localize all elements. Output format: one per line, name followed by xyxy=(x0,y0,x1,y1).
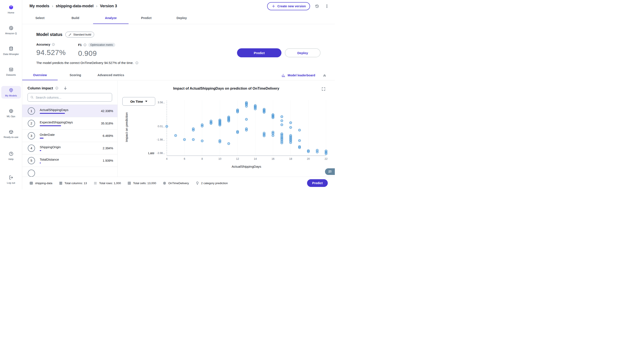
tab-build[interactable]: Build xyxy=(58,12,93,24)
model-tabs: Select Build Analyze Predict Deploy xyxy=(22,12,335,24)
statusbar-total-cells: Total cells: 13,000 xyxy=(128,181,156,185)
category-select-value: On Time xyxy=(130,100,143,103)
datasets-icon xyxy=(8,67,14,72)
model-status-section: Model status Standard build Accuracy 94.… xyxy=(22,24,335,65)
statusbar-label: Total cells: 13,000 xyxy=(133,181,156,185)
tab-predict[interactable]: Predict xyxy=(128,12,164,24)
sidebar-item-datasets[interactable]: Datasets xyxy=(1,65,21,78)
svg-text:3.56...: 3.56... xyxy=(158,101,165,104)
tab-advanced-metrics[interactable]: Advanced metrics xyxy=(93,70,128,80)
overview-content: Column impact 1 ActualShippingDays xyxy=(22,81,335,177)
scatter-plot[interactable]: 468101214161820223.56...0.01...-1.98...-… xyxy=(146,99,329,163)
sidebar-item-label: Home xyxy=(8,11,14,14)
standard-build-badge: Standard build xyxy=(65,32,94,38)
svg-text:22: 22 xyxy=(324,157,328,160)
column-impact-title: Column impact xyxy=(28,86,53,90)
sidebar-item-ready-to-use[interactable]: Ready-to-use xyxy=(1,127,21,140)
search-icon xyxy=(30,96,34,99)
svg-text:-3.98...: -3.98... xyxy=(157,152,165,155)
tab-select[interactable]: Select xyxy=(22,12,58,24)
tab-deploy[interactable]: Deploy xyxy=(164,12,200,24)
svg-text:14: 14 xyxy=(254,157,257,160)
impact-chart-panel: Impact of ActualShippingDays on predicti… xyxy=(118,81,335,177)
sidebar-item-home[interactable]: Home xyxy=(1,3,21,16)
build-icon xyxy=(68,33,72,36)
rank-badge: 2 xyxy=(28,120,35,127)
impact-percentage: 42.338% xyxy=(101,109,113,113)
column-name: ShippingOrigin xyxy=(40,145,103,149)
info-icon[interactable] xyxy=(83,43,87,47)
sidebar-item-label: Ready-to-use xyxy=(4,136,18,138)
impact-percentage: 6.469% xyxy=(103,134,113,137)
sidebar-item-help[interactable]: Help xyxy=(1,149,21,162)
dataset-table-icon xyxy=(30,181,33,185)
breadcrumb-model-name[interactable]: shipping-data-model xyxy=(56,4,94,8)
column-impact-row[interactable]: 2 ExpectedShippingDays 35.918% xyxy=(22,117,118,129)
plus-icon xyxy=(272,4,276,8)
more-options-button[interactable] xyxy=(324,4,330,9)
sidebar-item-logout[interactable]: Log out xyxy=(1,173,21,186)
info-icon[interactable] xyxy=(55,86,58,90)
sidebar-item-label: Datasets xyxy=(6,74,16,76)
action-buttons: Predict Deploy xyxy=(237,48,320,57)
breadcrumb-my-models[interactable]: My models xyxy=(30,4,49,8)
sidebar-item-my-models[interactable]: My Models xyxy=(1,86,21,99)
info-icon[interactable] xyxy=(135,61,138,65)
breadcrumb-separator: › xyxy=(96,4,97,8)
column-search xyxy=(28,93,112,102)
svg-text:Late: Late xyxy=(148,151,154,155)
column-impact-row[interactable]: 3 OrderDate 6.469% xyxy=(22,129,118,142)
statusbar-predict-button[interactable]: Predict xyxy=(307,179,328,187)
chat-bubble-icon xyxy=(328,170,332,173)
my-models-icon xyxy=(8,88,14,93)
column-impact-row[interactable]: 4 ShippingOrigin 2.394% xyxy=(22,142,118,154)
svg-text:-1.98...: -1.98... xyxy=(157,138,165,141)
statusbar-total-columns: Total columns: 13 xyxy=(59,181,87,185)
fullscreen-button[interactable] xyxy=(321,86,326,92)
model-leaderboard-link[interactable]: Model leaderboard xyxy=(282,73,315,77)
version-history-button[interactable] xyxy=(314,4,320,9)
standard-build-label: Standard build xyxy=(73,33,91,36)
impact-bar xyxy=(40,113,65,114)
dataset-status-bar: shipping-data Total columns: 13 Total ro… xyxy=(22,177,335,189)
tab-analyze[interactable]: Analyze xyxy=(93,12,128,24)
header-actions: Create new version xyxy=(267,2,330,10)
impact-percentage: 2.394% xyxy=(103,146,113,150)
predict-button[interactable]: Predict xyxy=(237,48,282,57)
deploy-button[interactable]: Deploy xyxy=(285,48,320,57)
statusbar-label: OnTimeDelivery xyxy=(168,181,189,185)
statusbar-total-rows: Total rows: 1,000 xyxy=(94,181,121,185)
chat-widget-button[interactable] xyxy=(325,168,335,175)
arrow-down-icon[interactable] xyxy=(63,86,68,90)
tab-scoring[interactable]: Scoring xyxy=(58,70,93,80)
search-columns-input[interactable] xyxy=(36,96,109,99)
statusbar-target-column: OnTimeDelivery xyxy=(163,181,189,185)
sidebar-item-amazon-q[interactable]: Amazon Q xyxy=(1,24,21,36)
create-new-version-button[interactable]: Create new version xyxy=(267,2,310,10)
accuracy-value: 94.527% xyxy=(36,48,66,57)
sidebar-item-label: Amazon Q xyxy=(5,32,17,35)
sidebar-item-data-wrangler[interactable]: Data Wrangler xyxy=(1,45,21,57)
main-content: My models › shipping-data-model › Versio… xyxy=(22,0,335,177)
sidebar: Home Amazon Q Data Wrangler Datasets My … xyxy=(0,0,22,189)
analysis-tabs: Overview Scoring Advanced metrics Model … xyxy=(22,70,335,80)
statusbar-label: shipping-data xyxy=(35,181,52,185)
y-axis-title: Impact on prediction xyxy=(124,99,129,156)
svg-text:16: 16 xyxy=(272,157,274,160)
columns-icon xyxy=(59,181,62,185)
column-impact-row[interactable]: 1 ActualShippingDays 42.338% xyxy=(22,105,118,117)
statusbar-label: Total columns: 13 xyxy=(64,181,87,185)
impact-percentage: 1.939% xyxy=(103,159,113,162)
rank-badge: 1 xyxy=(28,107,35,115)
sidebar-item-label: Help xyxy=(8,158,14,160)
accuracy-label: Accuracy xyxy=(36,43,50,46)
tab-overview[interactable]: Overview xyxy=(22,70,58,80)
x-axis-title: ActualShippingDays xyxy=(167,165,326,168)
collapse-panel-icon[interactable] xyxy=(322,73,327,77)
sidebar-item-ml-ops[interactable]: ML Ops xyxy=(1,107,21,119)
column-impact-row[interactable]: 5 TotalDistance 1.939% xyxy=(22,154,118,166)
rows-icon xyxy=(94,181,97,185)
column-name: ExpectedShippingDays xyxy=(40,120,101,124)
info-icon[interactable] xyxy=(52,43,55,46)
rank-badge: 3 xyxy=(28,132,35,139)
